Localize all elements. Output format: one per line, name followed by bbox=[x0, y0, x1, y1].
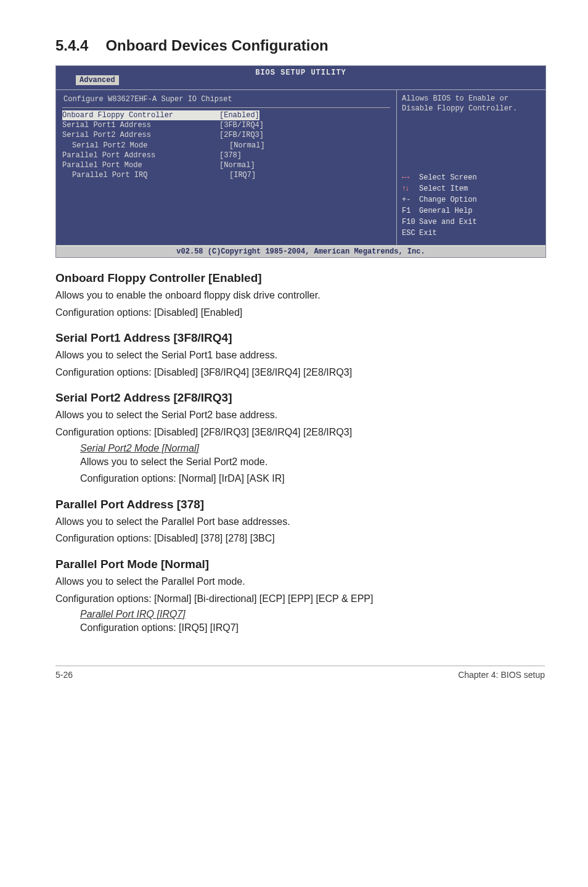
bios-row-value: [Enabled] bbox=[219, 110, 259, 120]
key-label: Select Item bbox=[419, 183, 468, 194]
bios-row-value: [2FB/IRQ3] bbox=[219, 130, 264, 140]
key-row-f1: F1 General Help bbox=[402, 205, 541, 217]
key-label: Save and Exit bbox=[419, 217, 477, 228]
bios-left-pane: Configure W83627EHF-A Super IO Chipset O… bbox=[56, 90, 397, 245]
field-text: Allows you to select the Serial Port1 ba… bbox=[55, 349, 545, 362]
bios-row-value: [3FB/IRQ4] bbox=[219, 120, 264, 130]
bios-row-value: [IRQ7] bbox=[229, 170, 256, 180]
key-label: Exit bbox=[419, 228, 437, 239]
field-text: Allows you to select the Parallel Port m… bbox=[55, 575, 545, 588]
bios-row-label: Serial Port2 Address bbox=[62, 130, 219, 140]
bios-row-label: Parallel Port IRQ bbox=[62, 170, 229, 180]
bios-row-sp2mode[interactable]: Serial Port2 Mode [Normal] bbox=[62, 141, 390, 151]
bios-chipset-line: Configure W83627EHF-A Super IO Chipset bbox=[62, 94, 390, 108]
section-heading-row: 5.4.4 Onboard Devices Configuration bbox=[55, 37, 545, 54]
key-row-esc: ESC Exit bbox=[402, 228, 541, 239]
subfield-heading: Serial Port2 Mode [Normal] bbox=[80, 443, 545, 454]
field-text: Allows you to enable the onboard floppy … bbox=[55, 289, 545, 302]
arrow-left-right-icon bbox=[402, 172, 415, 183]
field-text: Configuration options: [Disabled] [2F8/I… bbox=[55, 426, 545, 439]
bios-row-ppirq[interactable]: Parallel Port IRQ [IRQ7] bbox=[62, 170, 390, 180]
key-f1: F1 bbox=[402, 205, 415, 217]
bios-row-ppm[interactable]: Parallel Port Mode [Normal] bbox=[62, 160, 390, 170]
field-heading-sp2: Serial Port2 Address [2F8/IRQ3] bbox=[55, 391, 545, 405]
bios-row-label: Serial Port1 Address bbox=[62, 120, 219, 130]
field-text: Configuration options: [Normal] [Bi-dire… bbox=[55, 592, 545, 606]
bios-body: Configure W83627EHF-A Super IO Chipset O… bbox=[56, 89, 545, 245]
bios-window: BIOS SETUP UTILITY Advanced Configure W8… bbox=[55, 65, 546, 258]
chapter-label: Chapter 4: BIOS setup bbox=[458, 670, 545, 680]
bios-row-value: [Normal] bbox=[229, 141, 265, 151]
key-row-select-screen: Select Screen bbox=[402, 172, 541, 183]
subfield-ppirq: Parallel Port IRQ [IRQ7] Configuration o… bbox=[80, 609, 545, 635]
bios-row-value: [Normal] bbox=[219, 160, 255, 170]
key-esc: ESC bbox=[402, 228, 415, 239]
bios-key-help: Select Screen Select Item +- Change Opti… bbox=[402, 172, 541, 239]
bios-title: BIOS SETUP UTILITY bbox=[56, 66, 545, 78]
subfield-text: Allows you to select the Serial Port2 mo… bbox=[80, 455, 545, 469]
field-text: Allows you to select the Serial Port2 ba… bbox=[55, 408, 545, 422]
bios-footer: v02.58 (C)Copyright 1985-2004, American … bbox=[56, 245, 545, 257]
key-label: Select Screen bbox=[419, 172, 477, 183]
subfield-heading: Parallel Port IRQ [IRQ7] bbox=[80, 609, 545, 620]
bios-row-sp2[interactable]: Serial Port2 Address [2FB/IRQ3] bbox=[62, 130, 390, 140]
bios-right-pane: Allows BIOS to Enable or Disable Floppy … bbox=[397, 90, 545, 245]
bios-row-floppy[interactable]: Onboard Floppy Controller [Enabled] bbox=[62, 110, 390, 120]
key-row-change: +- Change Option bbox=[402, 194, 541, 205]
field-heading-sp1: Serial Port1 Address [3F8/IRQ4] bbox=[55, 331, 545, 345]
bios-row-label: Parallel Port Address bbox=[62, 151, 219, 160]
subfield-text: Configuration options: [IRQ5] [IRQ7] bbox=[80, 621, 545, 635]
field-heading-ppa: Parallel Port Address [378] bbox=[55, 498, 545, 511]
bios-row-label: Serial Port2 Mode bbox=[62, 141, 229, 151]
section-title: Onboard Devices Configuration bbox=[105, 37, 328, 54]
key-label: General Help bbox=[419, 205, 472, 217]
page-footer: 5-26 Chapter 4: BIOS setup bbox=[55, 666, 545, 680]
key-row-f10: F10 Save and Exit bbox=[402, 217, 541, 228]
bios-row-ppa[interactable]: Parallel Port Address [378] bbox=[62, 151, 390, 160]
subfield-sp2mode: Serial Port2 Mode [Normal] Allows you to… bbox=[80, 443, 545, 485]
subfield-text: Configuration options: [Normal] [IrDA] [… bbox=[80, 472, 545, 485]
bios-tab-advanced[interactable]: Advanced bbox=[76, 75, 119, 85]
bios-row-value: [378] bbox=[219, 151, 242, 160]
bios-row-label: Parallel Port Mode bbox=[62, 160, 219, 170]
field-text: Configuration options: [Disabled] [Enabl… bbox=[55, 306, 545, 320]
field-text: Configuration options: [Disabled] [378] … bbox=[55, 532, 545, 545]
key-label: Change Option bbox=[419, 194, 477, 205]
bios-tab-row: Advanced bbox=[56, 78, 545, 89]
field-heading-ppm: Parallel Port Mode [Normal] bbox=[55, 558, 545, 571]
bios-row-sp1[interactable]: Serial Port1 Address [3FB/IRQ4] bbox=[62, 120, 390, 130]
page: 5.4.4 Onboard Devices Configuration BIOS… bbox=[0, 0, 588, 704]
page-number: 5-26 bbox=[55, 670, 73, 680]
key-row-select-item: Select Item bbox=[402, 183, 541, 194]
field-heading-floppy: Onboard Floppy Controller [Enabled] bbox=[55, 271, 545, 285]
bios-row-label: Onboard Floppy Controller bbox=[62, 110, 219, 120]
key-plusminus: +- bbox=[402, 194, 415, 205]
key-f10: F10 bbox=[402, 217, 415, 228]
field-text: Configuration options: [Disabled] [3F8/I… bbox=[55, 366, 545, 379]
bios-help-text: Allows BIOS to Enable or Disable Floppy … bbox=[402, 94, 541, 113]
arrow-up-down-icon bbox=[402, 183, 415, 194]
section-number: 5.4.4 bbox=[55, 37, 88, 54]
field-text: Allows you to select the Parallel Port b… bbox=[55, 515, 545, 529]
